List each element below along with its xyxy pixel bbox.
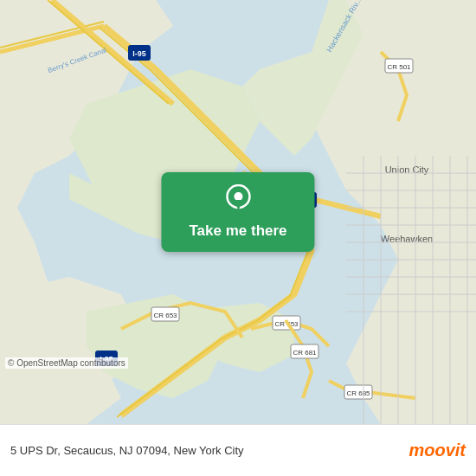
location-pin-icon — [222, 184, 254, 215]
svg-point-51 — [234, 192, 242, 201]
svg-text:CR 501: CR 501 — [387, 63, 411, 71]
svg-text:CR 681: CR 681 — [293, 349, 317, 357]
osm-attribution: © OpenStreetMap contributors — [5, 357, 128, 369]
bottom-bar: 5 UPS Dr, Secaucus, NJ 07094, New York C… — [0, 424, 476, 476]
moovit-logo-text: moovit — [408, 441, 466, 460]
address-text: 5 UPS Dr, Secaucus, NJ 07094, New York C… — [10, 444, 408, 457]
take-me-there-button[interactable]: Take me there — [161, 172, 314, 252]
svg-text:CR 685: CR 685 — [346, 389, 370, 397]
take-me-there-label: Take me there — [189, 222, 286, 240]
svg-text:I-95: I-95 — [132, 49, 146, 58]
map-container: I-95 I-95 NJ 3 CR 653 CR 653 CR 681 CR 6… — [0, 0, 476, 424]
moovit-logo: moovit — [408, 441, 466, 460]
svg-text:CR 653: CR 653 — [153, 312, 177, 319]
